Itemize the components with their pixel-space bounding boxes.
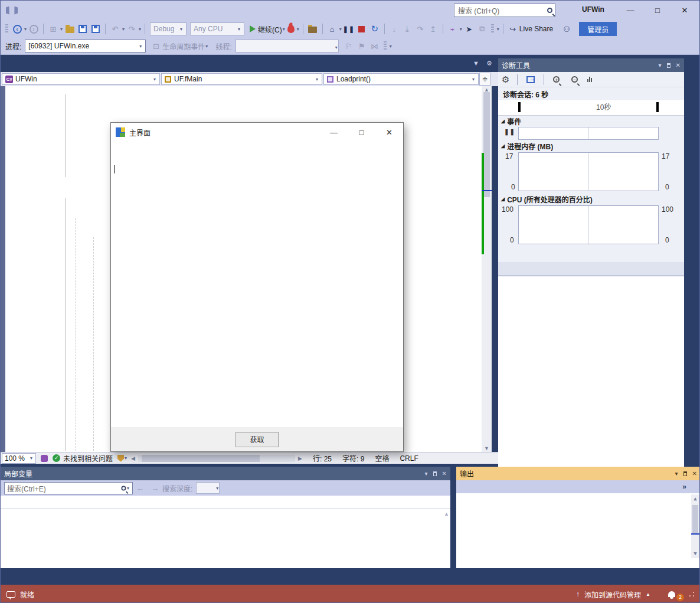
type-dropdown[interactable]: UF.fMain▾ (161, 73, 322, 85)
navigate-back-dropdown[interactable]: ▾ (24, 27, 27, 32)
undo-icon[interactable]: ↶ (110, 24, 120, 34)
code-health-shield-icon[interactable] (117, 455, 124, 462)
lifecycle-dropdown[interactable]: ▾ (205, 44, 208, 49)
pointer-mode-icon[interactable]: ➤ (464, 24, 475, 34)
pin-icon[interactable] (667, 63, 670, 68)
toolbar-overflow-icon[interactable]: » (682, 483, 686, 491)
find-in-files-icon[interactable] (308, 27, 317, 33)
resize-grip[interactable] (689, 591, 695, 597)
maximize-button[interactable]: □ (644, 1, 671, 20)
step-over-icon[interactable]: ↷ (415, 24, 426, 34)
panel-dropdown-icon[interactable]: ▾ (675, 470, 678, 477)
pin-icon[interactable] (433, 471, 437, 476)
new-project-dropdown[interactable]: ▾ (60, 27, 63, 32)
continue-button[interactable]: 继续(C) (258, 24, 282, 34)
search-dropdown[interactable]: ▾ (127, 486, 129, 491)
intellisense-icon[interactable] (41, 455, 48, 462)
solution-configuration-select[interactable]: Debug▾ (150, 22, 187, 35)
break-all-icon[interactable]: ❚❚ (344, 24, 354, 34)
app-main-dialog[interactable]: 主界面 — □ ✕ 获取 (110, 122, 404, 452)
member-dropdown[interactable]: Loadprint()▾ (323, 73, 479, 85)
feedback-icon[interactable]: ⚇ (561, 24, 572, 34)
scroll-right-icon[interactable]: ▶ (298, 455, 302, 462)
zoom-in-icon[interactable]: + (553, 76, 560, 83)
lifecycle-events-button[interactable]: 生命周期事件 (162, 41, 205, 51)
continue-icon[interactable] (250, 25, 256, 32)
feedback-bubble-icon[interactable] (6, 591, 15, 598)
project-dropdown[interactable]: C# UFWin▾ (2, 73, 160, 85)
output-log[interactable]: ▲ ▼ ◀ ▶ (456, 493, 700, 560)
code-map-icon[interactable]: ⧉ (477, 24, 488, 34)
output-titlebar[interactable]: 输出 ▾ ✕ (456, 467, 700, 480)
redo-icon[interactable]: ↷ (126, 24, 137, 34)
step-into-icon[interactable]: ⤓ (402, 24, 413, 34)
dialog-close-button[interactable]: ✕ (375, 123, 403, 141)
source-control-dropup-icon[interactable]: ▲ (646, 592, 650, 597)
locals-body[interactable]: ▲ (1, 509, 450, 568)
add-to-source-control-button[interactable]: 添加到源代码管理 (584, 589, 641, 599)
diagnostic-tools-titlebar[interactable]: 诊断工具 ▾ ✕ (498, 58, 684, 72)
undo-dropdown[interactable]: ▾ (122, 27, 125, 32)
thread-select[interactable]: ▾ (235, 40, 339, 53)
events-section-header[interactable]: ◢事件 (498, 116, 684, 126)
panel-close-icon[interactable]: ✕ (676, 62, 681, 68)
cpu-section-header[interactable]: ◢CPU (所有处理器的百分比) (498, 194, 684, 204)
overflow-dropdown[interactable]: ▾ (497, 27, 499, 32)
toolbar-grip-2[interactable] (491, 24, 494, 34)
export-icon[interactable] (526, 76, 535, 83)
pin-icon[interactable] (683, 471, 687, 476)
continue-dropdown[interactable]: ▾ (283, 27, 285, 32)
hot-reload-icon[interactable] (287, 25, 295, 33)
zoom-out-icon[interactable]: − (571, 76, 578, 83)
close-button[interactable]: ✕ (671, 1, 698, 20)
new-project-icon[interactable]: ⊞ (48, 24, 58, 34)
live-share-icon[interactable]: ↪ (508, 24, 518, 34)
editor-zoom-select[interactable]: 100 %▾ (2, 453, 36, 464)
toolbar-grip[interactable] (5, 24, 8, 34)
lifecycle-events-icon[interactable]: ⊡ (151, 41, 161, 51)
solution-explorer-sync-icon[interactable]: ⌂ (327, 24, 338, 34)
step-out-icon[interactable]: ↥ (428, 24, 439, 34)
scroll-down-icon[interactable]: ▼ (482, 445, 492, 451)
search-depth-select[interactable]: ▾ (196, 482, 220, 494)
output-vertical-scrollbar[interactable]: ▲ ▼ (691, 494, 699, 558)
editor-horizontal-scrollbar[interactable]: ◀ ▶ (131, 454, 302, 463)
printer-list-textbox[interactable] (111, 142, 403, 427)
sync-dropdown[interactable]: ▾ (339, 27, 342, 32)
locals-search-input[interactable]: 搜索(Ctrl+E) ▾ (4, 482, 133, 494)
panel-close-icon[interactable]: ✕ (692, 470, 697, 477)
toolbar2-overflow[interactable]: ▾ (390, 44, 392, 49)
spaces-indicator[interactable]: 空格 (375, 453, 389, 463)
scroll-left-icon[interactable]: ◀ (131, 455, 135, 462)
panel-close-icon[interactable]: ✕ (442, 470, 447, 477)
flag-thread-icon[interactable]: ⚐ (344, 41, 354, 51)
get-button[interactable]: 获取 (235, 432, 279, 447)
save-all-icon[interactable] (91, 25, 100, 33)
notifications-bell-icon[interactable] (668, 591, 675, 597)
process-select[interactable]: [60932] UFWin.exe▾ (25, 40, 146, 53)
redo-dropdown[interactable]: ▾ (139, 27, 141, 32)
settings-gear-icon[interactable]: ⚙ (502, 74, 509, 85)
dialog-minimize-button[interactable]: — (320, 123, 348, 141)
show-next-statement-icon[interactable]: ↓ (389, 24, 400, 34)
scrollbar-thumb[interactable] (692, 505, 698, 535)
live-share-button[interactable]: Live Share (519, 25, 553, 33)
panel-dropdown-icon[interactable]: ▾ (659, 62, 662, 68)
parallel-stacks-icon[interactable]: ⋈ (369, 41, 380, 51)
diag-dropdown[interactable]: ▾ (460, 27, 462, 32)
locals-titlebar[interactable]: 局部变量 ▾ ✕ (1, 467, 450, 480)
hscroll-thumb[interactable] (142, 455, 260, 462)
flag-group-icon[interactable]: ⚑ (356, 41, 367, 51)
navigate-forward-icon[interactable]: › (30, 25, 38, 34)
pause-events-icon[interactable]: ❚❚ (504, 129, 515, 135)
memory-section-header[interactable]: ◢进程内存 (MB) (498, 140, 684, 151)
eol-indicator[interactable]: CRLF (400, 454, 418, 463)
scroll-up-icon[interactable]: ▲ (691, 494, 699, 503)
scroll-up-icon[interactable]: ▲ (444, 511, 449, 517)
dialog-titlebar[interactable]: 主界面 — □ ✕ (111, 123, 403, 142)
open-file-icon[interactable] (66, 27, 74, 33)
editor-vertical-scrollbar[interactable]: ▲ ▼ (482, 86, 492, 452)
save-icon[interactable] (78, 25, 87, 33)
search-next-icon[interactable]: → (151, 484, 159, 493)
navigate-back-icon[interactable]: ‹ (13, 25, 22, 34)
